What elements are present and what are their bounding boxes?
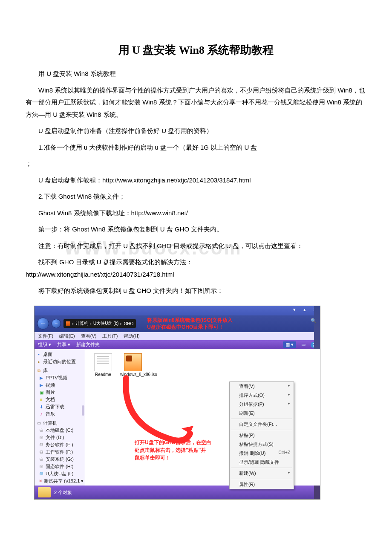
context-menu-item[interactable]: 自定义文件夹(F)... [230, 420, 294, 429]
context-menu-item[interactable]: 属性(R) [230, 480, 294, 489]
file-item[interactable]: Readme [90, 353, 116, 377]
lib-icon: ⧉ [36, 368, 41, 373]
sidebar-item[interactable]: ⛁文件 (D:) [35, 434, 85, 441]
toolbar-organize[interactable]: 组织 ▾ [38, 341, 51, 348]
breadcrumb-seg[interactable]: U大侠U盘 (I:) [93, 321, 118, 327]
menu-item-label: 显示/隐藏 隐藏文件 [239, 459, 279, 465]
status-text: 2 个对象 [54, 489, 72, 496]
sidebar-item[interactable]: ⬇迅雷下载 [35, 403, 85, 410]
sidebar-item[interactable]: ⛃U大侠U盘 (I:) [35, 470, 85, 477]
toolbar-newfolder[interactable]: 新建文件夹 [76, 341, 100, 348]
content-pane[interactable]: Readme windows_8_x86.iso [85, 349, 320, 486]
vid-icon: ▶ [39, 383, 44, 388]
toolbar-preview-icon[interactable]: ▭ [301, 342, 306, 347]
menu-item-label: 粘贴快捷方式(S) [239, 441, 274, 448]
sidebar-item[interactable]: ✕测试共享 (\\192.1 ▾ [35, 477, 85, 485]
doc-icon: ≡ [39, 397, 44, 402]
chevron-right-icon: ▸ [120, 322, 122, 326]
menu-item-label: 查看(V) [239, 383, 255, 390]
comp-icon: ▭ [36, 421, 41, 426]
toolbar-share[interactable]: 共享 ▾ [57, 341, 70, 348]
search-icon[interactable]: 🔍 [311, 318, 317, 324]
sidebar-item-label: U大侠U盘 (I:) [46, 471, 73, 477]
net-icon: ✕ [39, 479, 42, 484]
sidebar-item-label: PPTV视频 [46, 375, 67, 381]
context-menu-item[interactable]: 撤消 删除(U)Ctrl+Z [230, 449, 294, 458]
address-bar-row: ← → ▸ 计算机 ▸ U大侠U盘 (I:) ▸ GHO 将原版Win8系统镜像… [35, 315, 320, 332]
sidebar-item[interactable]: ▶视频 [35, 382, 85, 389]
menu-item-label: 粘贴(P) [239, 432, 255, 439]
drive-icon [66, 321, 70, 326]
context-menu-item[interactable]: 粘贴快捷方式(S) [230, 440, 294, 449]
menu-item-label: 撤消 删除(U) [239, 450, 265, 457]
callout-line: 鼠标单击即可！ [135, 455, 170, 461]
menu-item-label: 刷新(E) [239, 410, 255, 416]
body-para: ； [26, 158, 366, 170]
sidebar-item[interactable]: ⛁工作软件 (F:) [35, 448, 85, 456]
context-menu-item[interactable]: 排序方式(O)▸ [230, 391, 294, 400]
sidebar-item[interactable]: ⧉库 [35, 367, 85, 374]
context-menu-item[interactable]: 粘贴(P) [230, 431, 294, 440]
pic-icon: ▣ [39, 390, 44, 395]
context-menu-item[interactable]: 刷新(E) [230, 409, 294, 418]
menu-tools[interactable]: 工具(T) [102, 333, 118, 339]
sidebar-item[interactable]: ⛁办公软件 (E:) [35, 441, 85, 448]
body-para: 1.准备一个使用 u 大侠软件制作好的启动 u 盘一个（最好 1G 以上的空的 … [26, 142, 366, 154]
drive-icon: ⛁ [39, 450, 44, 455]
file-label: windows_8_x86.iso [120, 372, 146, 377]
breadcrumb-seg[interactable]: 计算机 [75, 321, 88, 327]
context-menu-item[interactable]: 分组依据(P)▸ [230, 400, 294, 409]
menu-separator [231, 479, 292, 479]
sidebar-item-label: 计算机 [43, 420, 57, 426]
context-menu-item[interactable]: 查看(V)▸ [230, 382, 294, 391]
iso-file-icon [124, 353, 142, 371]
menu-file[interactable]: 文件(F) [38, 333, 53, 339]
menu-separator [231, 468, 292, 468]
menu-edit[interactable]: 编辑(E) [59, 333, 75, 339]
body-para: 第一步：将 Ghost Win8 系统镜像包复制到 U 盘 GHO 文件夹内。 [26, 223, 366, 236]
menu-help[interactable]: 帮助(H) [124, 333, 139, 339]
scrollbar-handle[interactable] [82, 405, 84, 416]
breadcrumb-seg[interactable]: GHO [124, 321, 133, 326]
sidebar-item-label: 工作软件 (F:) [46, 449, 73, 455]
text-file-icon [94, 353, 112, 371]
sidebar-item[interactable]: ▪桌面 [35, 351, 85, 358]
sidebar-item-label: 本地磁盘 (C:) [46, 427, 73, 434]
drive-icon: ⛁ [39, 442, 44, 448]
callout-annotation: 打开U盘下的GHO目录后，在空白 处点击鼠标右击，选择"粘贴"并 鼠标单击即可！ [135, 439, 216, 462]
sidebar-item[interactable]: ⛁安装系统 (G:) [35, 456, 85, 463]
sidebar-item-label: 库 [43, 367, 48, 374]
sidebar-item[interactable]: ♪音乐 [35, 410, 85, 418]
sidebar-item[interactable]: ⛁固态软件 (H:) [35, 463, 85, 470]
minimize-icon[interactable]: ▾ [293, 307, 296, 315]
menu-bar: 文件(F) 编辑(E) 查看(V) 工具(T) 帮助(H) [35, 332, 320, 340]
sidebar-item-label: 安装系统 (G:) [46, 456, 74, 462]
callout-line: 打开U盘下的GHO目录后，在空白 [135, 439, 211, 445]
toolbar-views[interactable]: ▥ ▾ [283, 341, 296, 348]
breadcrumb[interactable]: ▸ 计算机 ▸ U大侠U盘 (I:) ▸ GHO [63, 319, 136, 328]
callout-line: 处点击鼠标右击，选择"粘贴"并 [135, 447, 206, 453]
menu-item-label: 自定义文件夹(F)... [239, 421, 277, 428]
chevron-right-icon: ▸ [288, 392, 290, 399]
forward-button[interactable]: → [52, 319, 61, 328]
sidebar-item[interactable]: ▶PPTV视频 [35, 374, 85, 382]
context-menu-item[interactable]: 显示/隐藏 隐藏文件 [230, 458, 294, 467]
recent-icon: ▸ [36, 359, 41, 364]
page-title: 用 U 盘安装 Win8 系统帮助教程 [26, 43, 366, 58]
body-para: Win8 系统以其唯美的操作界面与个性的操作方式受到广大用户的喜欢，不少用户纷纷… [26, 84, 366, 121]
file-item[interactable]: windows_8_x86.iso [120, 353, 146, 377]
sidebar-item[interactable]: ▸最近访问的位置 [35, 358, 85, 365]
drive-icon: ⛁ [39, 464, 44, 469]
sidebar-item[interactable]: ▣图片 [35, 389, 85, 396]
menu-item-label: 属性(R) [239, 481, 255, 488]
context-menu-item[interactable]: 新建(W)▸ [230, 469, 294, 478]
menu-view[interactable]: 查看(V) [81, 333, 97, 339]
maximize-icon[interactable]: ▴ [303, 307, 306, 315]
sidebar-item[interactable]: ▭计算机 [35, 419, 85, 427]
back-button[interactable]: ← [37, 318, 49, 330]
body-para: 2.下载 Ghost Win8 镜像文件； [26, 191, 366, 203]
embedded-screenshot: ▾ ▴ x ← → ▸ 计算机 ▸ U大侠U盘 (I:) ▸ GHO [34, 306, 366, 500]
sidebar-item[interactable]: ⛁本地磁盘 (C:) [35, 427, 85, 434]
sidebar-item[interactable]: ≡文档 [35, 396, 85, 403]
dl-icon: ⬇ [39, 405, 44, 410]
